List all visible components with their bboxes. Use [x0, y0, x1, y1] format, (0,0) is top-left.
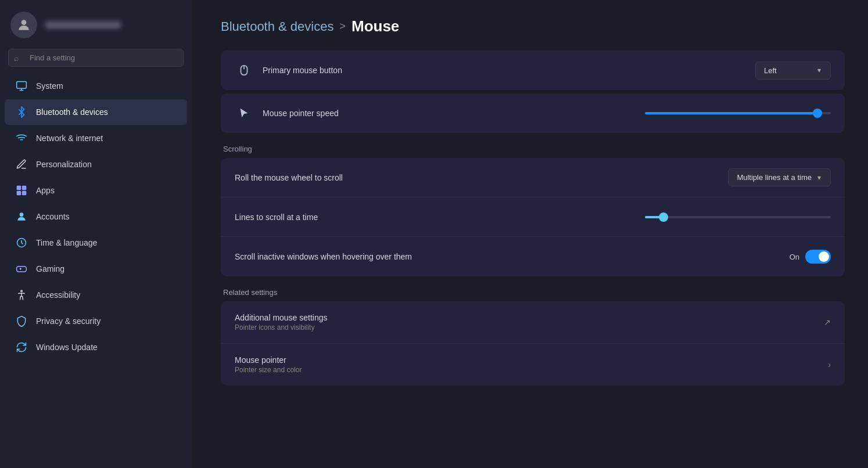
sidebar-item-personalization[interactable]: Personalization [5, 152, 187, 177]
sidebar-item-system-label: System [36, 81, 63, 91]
roll-mouse-wheel-label: Roll the mouse wheel to scroll [235, 173, 728, 182]
toggle-knob [819, 251, 829, 262]
scrolling-card: Roll the mouse wheel to scroll Multiple … [221, 158, 845, 276]
gaming-icon [15, 262, 28, 275]
additional-mouse-subtitle: Pointer icons and visibility [235, 323, 824, 332]
accounts-icon [15, 210, 28, 223]
chevron-down-icon-2: ▾ [817, 174, 821, 182]
primary-mouse-button-dropdown[interactable]: Left ▾ [755, 62, 831, 80]
sidebar: ⌕ System Bluetooth & devices Network & i… [0, 0, 192, 468]
roll-mouse-wheel-dropdown[interactable]: Multiple lines at a time ▾ [728, 168, 831, 186]
sidebar-nav: System Bluetooth & devices Network & int… [0, 73, 192, 361]
primary-mouse-button-card: Primary mouse button Left ▾ [221, 51, 845, 90]
related-settings-card: Additional mouse settings Pointer icons … [221, 301, 845, 386]
sidebar-item-system[interactable]: System [5, 73, 187, 99]
bluetooth-icon [15, 106, 28, 118]
sidebar-item-apps-label: Apps [36, 186, 55, 195]
sidebar-item-accessibility-label: Accessibility [36, 290, 80, 300]
primary-mouse-button-value: Left [764, 66, 777, 75]
sidebar-item-update[interactable]: Windows Update [5, 334, 187, 360]
roll-mouse-wheel-row: Roll the mouse wheel to scroll Multiple … [221, 158, 845, 197]
mouse-pointer-speed-slider[interactable] [645, 112, 831, 114]
sidebar-item-accounts[interactable]: Accounts [5, 204, 187, 229]
user-icon [16, 17, 31, 33]
breadcrumb-separator: > [339, 20, 346, 33]
sidebar-item-privacy-label: Privacy & security [36, 316, 101, 326]
mouse-pointer-speed-label: Mouse pointer speed [263, 109, 645, 118]
sidebar-item-network-label: Network & internet [36, 134, 103, 143]
mouse-icon [235, 61, 253, 80]
mouse-pointer-title: Mouse pointer [235, 355, 828, 365]
mouse-pointer-speed-card: Mouse pointer speed [221, 93, 845, 133]
system-icon [15, 80, 28, 92]
lines-to-scroll-label: Lines to scroll at a time [235, 213, 645, 222]
privacy-icon [15, 315, 28, 327]
svg-point-6 [20, 213, 24, 217]
scroll-inactive-toggle[interactable] [805, 250, 831, 264]
primary-mouse-button-label: Primary mouse button [263, 66, 755, 75]
svg-rect-2 [17, 186, 21, 190]
scroll-inactive-label: Scroll inactive windows when hovering ov… [235, 252, 790, 261]
primary-mouse-button-row: Primary mouse button Left ▾ [221, 51, 845, 90]
scrolling-section-title: Scrolling [223, 145, 845, 153]
additional-mouse-title: Additional mouse settings [235, 313, 824, 322]
roll-mouse-wheel-value: Multiple lines at a time [737, 173, 812, 182]
sidebar-item-gaming[interactable]: Gaming [5, 256, 187, 282]
scroll-inactive-row: Scroll inactive windows when hovering ov… [221, 237, 845, 276]
breadcrumb-current: Mouse [351, 17, 399, 35]
pointer-icon [235, 104, 253, 123]
breadcrumb: Bluetooth & devices > Mouse [221, 17, 845, 35]
lines-to-scroll-slider-container [645, 216, 831, 218]
sidebar-item-time-label: Time & language [36, 238, 97, 247]
svg-point-0 [21, 20, 27, 25]
lines-to-scroll-row: Lines to scroll at a time [221, 197, 845, 237]
sidebar-item-personalization-label: Personalization [36, 160, 92, 169]
username-display [45, 21, 121, 28]
update-icon [15, 341, 28, 354]
sidebar-item-bluetooth-label: Bluetooth & devices [36, 107, 108, 117]
sidebar-item-update-label: Windows Update [36, 343, 98, 352]
sidebar-item-accessibility[interactable]: Accessibility [5, 282, 187, 308]
sidebar-item-apps[interactable]: Apps [5, 178, 187, 203]
mouse-pointer-row[interactable]: Mouse pointer Pointer size and color › [221, 344, 845, 386]
svg-rect-1 [17, 82, 27, 89]
avatar [10, 12, 37, 38]
user-section [0, 6, 192, 49]
additional-mouse-text: Additional mouse settings Pointer icons … [235, 313, 824, 332]
main-content: Bluetooth & devices > Mouse Primary mous… [192, 0, 868, 468]
sidebar-item-network[interactable]: Network & internet [5, 125, 187, 151]
sidebar-item-gaming-label: Gaming [36, 264, 64, 273]
sidebar-item-bluetooth[interactable]: Bluetooth & devices [5, 99, 187, 125]
mouse-pointer-subtitle: Pointer size and color [235, 366, 828, 374]
sidebar-item-time[interactable]: Time & language [5, 230, 187, 255]
chevron-down-icon: ▾ [817, 66, 821, 74]
related-settings-title: Related settings [223, 288, 845, 297]
sidebar-item-privacy[interactable]: Privacy & security [5, 308, 187, 334]
svg-rect-3 [22, 186, 27, 190]
additional-mouse-settings-row[interactable]: Additional mouse settings Pointer icons … [221, 301, 845, 344]
accessibility-icon [15, 289, 28, 301]
breadcrumb-parent[interactable]: Bluetooth & devices [221, 19, 333, 34]
svg-rect-4 [17, 191, 21, 196]
mouse-pointer-speed-row: Mouse pointer speed [221, 93, 845, 133]
chevron-right-icon: › [828, 360, 831, 369]
sidebar-item-accounts-label: Accounts [36, 212, 70, 221]
external-link-icon: ↗ [824, 318, 831, 327]
search-box[interactable]: ⌕ [8, 49, 184, 67]
apps-icon [15, 184, 28, 197]
svg-point-9 [21, 290, 23, 292]
scroll-inactive-toggle-label: On [790, 253, 799, 261]
search-input[interactable] [8, 49, 184, 67]
svg-rect-5 [22, 191, 27, 196]
mouse-pointer-speed-slider-container [645, 112, 831, 114]
network-icon [15, 132, 28, 145]
personalization-icon [15, 158, 28, 171]
scroll-inactive-toggle-wrap: On [790, 250, 831, 264]
time-icon [15, 236, 28, 249]
mouse-pointer-text: Mouse pointer Pointer size and color [235, 355, 828, 374]
search-icon: ⌕ [14, 53, 19, 63]
lines-to-scroll-slider[interactable] [645, 216, 831, 218]
